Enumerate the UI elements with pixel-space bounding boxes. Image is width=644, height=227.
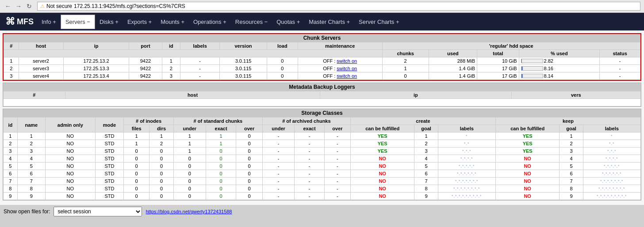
col-a-exact: exact	[295, 125, 325, 132]
cell-a-over: -	[324, 163, 350, 170]
logo-icon: ⌘	[5, 16, 15, 27]
cell-dirs: 0	[150, 163, 174, 170]
cell-k-labels: *,*,*,*,*,*	[583, 170, 640, 178]
storage-classes-table: id name admin only mode # of inodes # of…	[3, 117, 641, 200]
cell-admin-only: NO	[46, 155, 96, 163]
cell-chunks: 2	[382, 57, 429, 65]
table-row: 4 4 NO STD 0 0 0 0 0 - - - NO 4 *,*,*,* …	[4, 155, 641, 163]
col-chunks: chunks	[382, 50, 429, 57]
cell-dirs: 0	[150, 170, 174, 178]
cell-a-exact: -	[295, 178, 325, 185]
cell-pct: 2.82	[519, 57, 600, 65]
table-row: 2 2 NO STD 1 2 1 1 0 - - - YES 2 *,* YES…	[4, 140, 641, 148]
cell-load: 0	[267, 57, 298, 65]
cell-s-over: 0	[236, 170, 263, 178]
cell-k-goal: 3	[560, 148, 583, 155]
table-row: 9 9 NO STD 0 0 0 0 0 - - - NO 9 *,*,*,*,…	[4, 193, 641, 200]
cell-num: 2	[4, 65, 19, 72]
table-row: 1 1 NO STD 1 1 1 1 0 - - - YES 1 * YES 1…	[4, 132, 641, 140]
fulfilled-no: NO	[379, 178, 386, 184]
cell-num: 3	[4, 72, 19, 80]
cell-s-exact: 0	[206, 163, 236, 170]
cell-k-labels: *	[583, 132, 640, 140]
cell-pct: 8.16	[519, 65, 600, 72]
nav-servers[interactable]: Servers −	[61, 15, 95, 29]
col-sc-standard: # of standard chunks	[173, 117, 262, 125]
cell-admin-only: NO	[46, 163, 96, 170]
switch-link[interactable]: switch on	[337, 66, 357, 71]
cell-s-exact: 0	[206, 185, 236, 193]
reload-button[interactable]: ↻	[25, 2, 34, 11]
cell-a-under: -	[262, 132, 294, 140]
session-select[interactable]: select session	[54, 207, 142, 216]
col-sc-archived: # of archived chunks	[262, 117, 350, 125]
cell-version: 3.0.115	[220, 72, 267, 80]
cell-host: server2	[19, 57, 63, 65]
cell-id: 9	[4, 193, 18, 200]
lock-icon: ⚠	[40, 4, 45, 9]
nav-disks[interactable]: Disks +	[95, 15, 123, 29]
cell-c-goal: 6	[414, 170, 438, 178]
col-files: files	[124, 125, 150, 132]
address-bar[interactable]: ⚠ Not secure 172.25.13.1:9425/mfs.cgi?se…	[37, 2, 640, 11]
nav-servercharts[interactable]: Server Charts +	[354, 15, 403, 29]
nav-mastercharts[interactable]: Master Charts +	[304, 15, 354, 29]
col-port: port	[129, 42, 162, 50]
nav-resources[interactable]: Resources −	[231, 15, 272, 29]
cell-status: -	[600, 65, 640, 72]
forward-button[interactable]: →	[14, 2, 23, 11]
cell-s-exact: 1	[206, 140, 236, 148]
table-row: 5 5 NO STD 0 0 0 0 0 - - - NO 5 *,*,*,*,…	[4, 163, 641, 170]
chunk-servers-table: # host ip port id labels version load ma…	[4, 42, 640, 80]
cell-k-labels: *,*,*,*	[583, 155, 640, 163]
col-k-goal: goal	[560, 125, 583, 132]
cell-chunks: 0	[382, 72, 429, 80]
cell-name: 6	[17, 170, 45, 178]
cell-a-exact: -	[295, 185, 325, 193]
cell-a-over: -	[324, 178, 350, 185]
cell-s-exact: 0	[206, 170, 236, 178]
cell-k-fulfilled: NO	[495, 163, 560, 170]
nav-mounts[interactable]: Mounts +	[156, 15, 189, 29]
external-link[interactable]: https://blog.csdn.net/qwerty1372431588	[146, 209, 232, 214]
col-sc-name: name	[17, 117, 45, 132]
nav-info[interactable]: Info +	[37, 15, 61, 29]
fulfilled-yes: YES	[378, 133, 387, 139]
fulfilled-no: NO	[379, 163, 386, 169]
url-text: 172.25.13.1:9425/mfs.cgi?sections=CS%7CR…	[74, 3, 185, 9]
cell-c-labels: *,*,*,*,*,*	[438, 170, 495, 178]
nav-exports[interactable]: Exports +	[123, 15, 156, 29]
cell-c-fulfilled: YES	[350, 140, 414, 148]
cell-admin-only: NO	[46, 185, 96, 193]
browser-controls: ← → ↻	[4, 2, 34, 11]
cell-dirs: 0	[150, 193, 174, 200]
cell-id: 2	[4, 140, 18, 148]
cell-mode: STD	[95, 132, 123, 140]
col-mbl-ip: ip	[320, 91, 511, 99]
col-empty	[4, 50, 383, 57]
cell-admin-only: NO	[46, 140, 96, 148]
cell-k-fulfilled: NO	[495, 170, 560, 178]
cell-a-exact: -	[295, 193, 325, 200]
fulfilled-yes: YES	[523, 133, 533, 139]
col-k-labels: labels	[583, 125, 640, 132]
cell-ip: 172.25.13.3	[63, 65, 129, 72]
back-button[interactable]: ←	[4, 2, 12, 11]
nav-operations[interactable]: Operations +	[189, 15, 231, 29]
fulfilled-yes: YES	[523, 141, 533, 146]
switch-link[interactable]: switch on	[337, 58, 357, 64]
nav-quotas[interactable]: Quotas +	[272, 15, 304, 29]
col-sc-admin: admin only	[46, 117, 96, 132]
cell-s-exact: 0	[206, 148, 236, 155]
switch-link[interactable]: switch on	[337, 73, 357, 79]
cell-k-goal: 1	[560, 132, 583, 140]
cell-files: 0	[124, 148, 150, 155]
table-row: 6 6 NO STD 0 0 0 0 0 - - - NO 6 *,*,*,*,…	[4, 170, 641, 178]
cell-status: -	[600, 72, 640, 80]
cell-files: 0	[124, 185, 150, 193]
cell-dirs: 0	[150, 178, 174, 185]
cell-s-exact: 0	[206, 178, 236, 185]
cell-a-under: -	[262, 170, 294, 178]
cell-k-labels: *,*,*	[583, 148, 640, 155]
storage-classes-title: Storage Classes	[3, 109, 641, 117]
